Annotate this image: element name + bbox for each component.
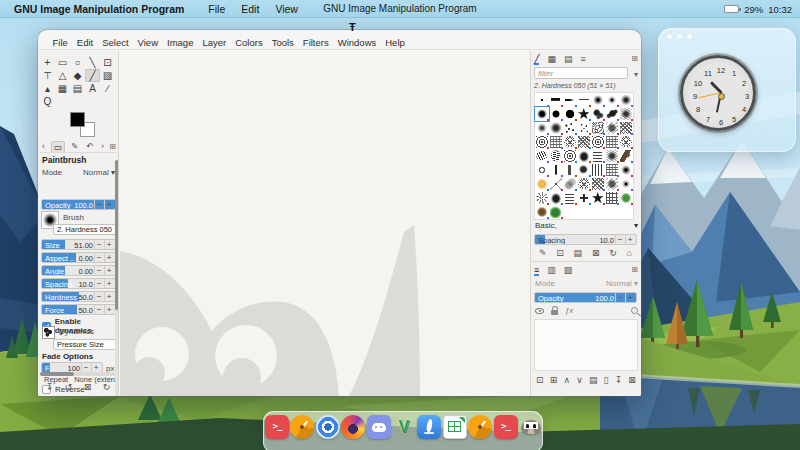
brush-thumbnail[interactable] <box>591 135 605 149</box>
brush-thumbnail[interactable] <box>619 121 633 135</box>
discord-icon[interactable] <box>367 415 391 439</box>
brush-thumbnail[interactable] <box>619 149 633 163</box>
brush-thumbnail[interactable] <box>577 177 591 191</box>
brush-thumbnail[interactable] <box>563 191 577 205</box>
brush-thumbnail[interactable] <box>605 163 619 177</box>
chevron-down-icon[interactable]: ▾ <box>634 70 638 79</box>
brush-thumbnail[interactable] <box>605 135 619 149</box>
lower-layer-button[interactable]: ∨ <box>576 375 583 385</box>
layer-list-empty[interactable] <box>534 319 638 371</box>
search-icon[interactable] <box>631 307 638 314</box>
brush-thumbnail[interactable] <box>549 121 563 135</box>
open-brush-folder-button[interactable]: ⌂ <box>627 248 632 258</box>
hardness-slider[interactable]: Hardness 50.0 − + <box>41 291 116 302</box>
fuzzy-select-tool[interactable]: ╲ <box>85 56 100 69</box>
brush-thumbnail[interactable] <box>549 177 563 191</box>
tab-device-status[interactable]: ✎ <box>69 141 80 152</box>
gimp-menu-item[interactable]: File <box>48 37 72 48</box>
restore-tool-preset-button[interactable]: ↺ <box>65 382 73 393</box>
brush-thumbnail[interactable] <box>577 191 591 205</box>
brush-thumbnail[interactable] <box>549 191 563 205</box>
decrease-button[interactable]: − <box>94 240 103 249</box>
tab-brushes[interactable]: ╱ <box>534 53 539 65</box>
libreoffice-calc-icon[interactable] <box>443 415 467 439</box>
selected-brush-thumbnail[interactable] <box>535 107 549 121</box>
tab-channels[interactable]: ▥ <box>547 264 556 276</box>
decrease-button[interactable]: − <box>94 305 103 314</box>
brush-thumbnail[interactable] <box>549 163 563 177</box>
gimp-menu-item[interactable]: Select <box>98 37 133 48</box>
dock-menu-button[interactable]: ⊞ <box>631 54 638 63</box>
gimp-menu-item[interactable]: Help <box>381 37 410 48</box>
brush-thumbnail[interactable] <box>563 93 577 107</box>
free-select-tool[interactable]: ○ <box>70 56 85 69</box>
brush-thumbnail[interactable] <box>591 177 605 191</box>
brush-thumbnail[interactable] <box>591 93 605 107</box>
dock-menu-button[interactable]: ⊞ <box>631 265 638 274</box>
decrease-button[interactable]: − <box>94 266 103 275</box>
brush-thumbnail[interactable] <box>619 135 633 149</box>
crop-tool[interactable]: ⊡ <box>100 56 115 69</box>
text-tool[interactable]: A <box>85 82 100 95</box>
gimp-menu-item[interactable]: Colors <box>231 37 267 48</box>
dynamics-thumbnail[interactable] <box>42 326 55 339</box>
horizontal-scrollbar[interactable] <box>40 372 116 376</box>
brush-thumbnail[interactable] <box>549 205 563 219</box>
paint-mode-row[interactable]: Mode Normal ▾ <box>42 168 115 177</box>
vertical-scrollbar[interactable] <box>115 160 118 396</box>
increase-button[interactable]: + <box>104 305 113 314</box>
brush-thumbnail[interactable] <box>549 135 563 149</box>
tab-undo-history[interactable]: ↶ <box>84 141 95 152</box>
decrease-button[interactable]: − <box>615 293 624 302</box>
tab-document-history[interactable]: ≡ <box>580 53 585 65</box>
blue-app-icon[interactable] <box>417 415 441 439</box>
duplicate-brush-button[interactable]: ▤ <box>574 248 583 258</box>
brush-thumbnail[interactable] <box>591 121 605 135</box>
brush-thumbnail[interactable] <box>591 107 605 121</box>
duplicate-layer-button[interactable]: ▤ <box>589 375 598 385</box>
new-layer-button[interactable]: ⊡ <box>536 375 544 385</box>
brush-spacing-slider[interactable]: Spacing 10.0 − + <box>534 234 637 245</box>
bucket-fill-tool[interactable]: ◆ <box>70 69 85 82</box>
gimp-menu-item[interactable]: Tools <box>267 37 298 48</box>
vim-icon[interactable]: V <box>392 415 416 439</box>
brush-thumbnail[interactable] <box>549 93 563 107</box>
brush-thumbnail[interactable] <box>605 107 619 121</box>
delete-tool-preset-button[interactable]: ⊠ <box>84 382 92 393</box>
decrease-button[interactable]: − <box>94 253 103 262</box>
aspect-ratio-slider[interactable]: Aspect .. 0.00 − + <box>41 252 116 263</box>
clone-tool[interactable]: ▦ <box>55 82 70 95</box>
brush-thumbnail[interactable] <box>605 121 619 135</box>
fx-icon[interactable]: ƒx <box>565 306 573 315</box>
gimp-menu-item[interactable]: Edit <box>72 37 97 48</box>
increase-button[interactable]: + <box>104 266 113 275</box>
brush-thumbnail[interactable] <box>563 135 577 149</box>
merge-layer-button[interactable]: ▯ <box>604 375 609 385</box>
brush-thumbnail[interactable] <box>619 163 633 177</box>
anchor-layer-button[interactable]: ↧ <box>615 375 623 385</box>
increase-button[interactable]: + <box>104 240 113 249</box>
decrease-button[interactable]: − <box>81 363 90 372</box>
move-tool[interactable]: + <box>40 56 55 69</box>
brush-thumbnail[interactable] <box>577 93 591 107</box>
gimp-menu-item[interactable]: View <box>133 37 162 48</box>
layer-mode-row[interactable]: Mode Normal ▾ <box>535 279 638 288</box>
new-layer-group-button[interactable]: ⊞ <box>550 375 558 385</box>
brush-thumbnail[interactable] <box>535 149 549 163</box>
brush-thumbnail[interactable] <box>619 93 633 107</box>
gimp-menu-item[interactable]: Windows <box>333 37 381 48</box>
gimp-menu-item[interactable]: Layer <box>198 37 231 48</box>
opacity-slider[interactable]: Opacity 100.0 − + <box>41 199 116 210</box>
brush-thumbnail[interactable] <box>619 177 633 191</box>
scroll-tabs-left[interactable]: ‹ <box>40 141 47 152</box>
brush-thumbnail[interactable] <box>535 205 549 219</box>
tab-fonts[interactable]: ▤ <box>564 53 573 65</box>
brush-thumbnail[interactable] <box>563 121 577 135</box>
increase-button[interactable]: + <box>625 235 634 244</box>
brush-thumbnail[interactable] <box>605 149 619 163</box>
brush-thumbnail[interactable] <box>535 177 549 191</box>
decrease-button[interactable]: − <box>94 279 103 288</box>
brush-thumbnail[interactable] <box>535 163 549 177</box>
reset-tool-options-button[interactable]: ↻ <box>103 382 111 393</box>
warp-transform-tool[interactable]: △ <box>55 69 70 82</box>
